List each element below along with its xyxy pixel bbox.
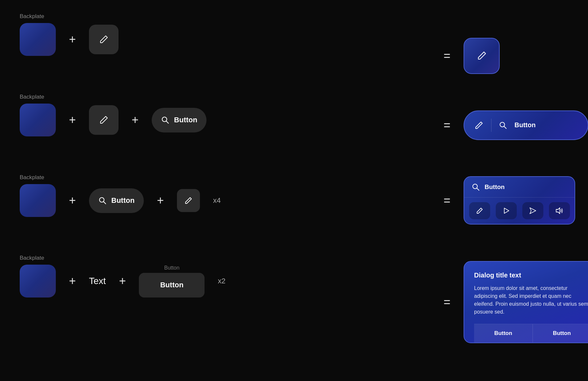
row1-content: + xyxy=(20,23,404,56)
result-3: = Button xyxy=(437,176,575,225)
row2-label: Backplate xyxy=(20,94,404,100)
operator-plus-2b: + xyxy=(132,113,139,127)
pencil-icon-grid xyxy=(476,207,483,214)
row-1: Backplate + xyxy=(20,13,404,76)
search-pill-3[interactable]: Button xyxy=(89,188,144,213)
operator-plus-3a: + xyxy=(69,194,76,207)
result-2: = Button xyxy=(437,110,588,140)
row4-label: Backplate xyxy=(20,255,404,261)
pencil-icon-1 xyxy=(98,34,109,45)
search-icon-2 xyxy=(161,116,169,124)
result-grid[interactable]: Button xyxy=(464,176,575,225)
backplate-3 xyxy=(20,184,56,217)
icon-btn-pencil-3[interactable] xyxy=(177,189,200,212)
dialog-title: Dialog title text xyxy=(474,272,588,279)
dialog-btn-2[interactable]: Button xyxy=(533,324,588,343)
svg-marker-8 xyxy=(504,208,509,213)
search-icon-result-3 xyxy=(471,183,480,191)
dialog-btn-1[interactable]: Button xyxy=(474,324,533,343)
operator-plus-4a: + xyxy=(69,274,76,288)
row4-content: + Text + Button Button x2 xyxy=(20,265,404,298)
result-4: = Dialog title text Lorem ipsum dolor si… xyxy=(437,261,588,343)
pencil-icon-result-1 xyxy=(476,50,488,62)
svg-marker-9 xyxy=(530,208,536,214)
button-pill-4[interactable]: Button xyxy=(139,273,205,298)
multiplier-4: x2 xyxy=(218,277,225,285)
result-dialog[interactable]: Dialog title text Lorem ipsum dolor sit … xyxy=(464,261,588,343)
dialog-body: Lorem ipsum dolor sit amet, consectetur … xyxy=(474,284,588,316)
icon-btn-pencil-1[interactable] xyxy=(89,25,119,54)
search-icon-result-2 xyxy=(499,121,507,130)
row-2: Backplate + + Button xyxy=(20,94,404,156)
row-4: Backplate + Text + Button Button x2 xyxy=(20,255,404,317)
divider-result-2 xyxy=(491,119,491,132)
operator-plus-4b: + xyxy=(119,274,126,288)
result-3-top-label: Button xyxy=(485,183,505,191)
send-icon-grid xyxy=(529,207,536,214)
backplate-2 xyxy=(20,104,56,136)
grid-cell-send[interactable] xyxy=(522,202,543,219)
play-icon-grid xyxy=(503,207,510,214)
dialog-buttons: Button Button xyxy=(474,324,588,343)
grid-cell-play[interactable] xyxy=(496,202,517,219)
pencil-icon-2 xyxy=(98,115,109,125)
result-icon-only[interactable] xyxy=(464,38,500,74)
svg-line-5 xyxy=(504,126,507,129)
result-2-btn-label: Button xyxy=(514,121,535,129)
result-1: = xyxy=(437,38,500,74)
pencil-icon-3 xyxy=(184,196,193,205)
result-grid-bottom xyxy=(464,198,575,224)
result-icon-search-btn[interactable]: Button xyxy=(464,110,588,140)
left-side: Backplate + Backplate + xyxy=(0,0,424,381)
text-element: Text xyxy=(89,276,106,286)
equals-1: = xyxy=(444,49,450,63)
icon-btn-pencil-2[interactable] xyxy=(89,105,119,135)
search-pill-2[interactable]: Button xyxy=(152,108,207,132)
search-icon-3 xyxy=(98,196,107,205)
svg-line-1 xyxy=(166,121,169,124)
equals-2: = xyxy=(444,118,450,132)
search-pill-2-label: Button xyxy=(174,116,197,124)
svg-marker-10 xyxy=(556,208,560,214)
operator-plus-2a: + xyxy=(69,113,76,127)
row2-content: + + Button xyxy=(20,104,404,136)
right-side: = = Button = xyxy=(424,0,588,381)
button-pill-4-label: Button xyxy=(160,281,184,289)
grid-cell-pencil[interactable] xyxy=(469,202,490,219)
row-3: Backplate + Button + x4 xyxy=(20,174,404,237)
result-grid-top: Button xyxy=(464,177,575,198)
row1-label: Backplate xyxy=(20,13,404,20)
operator-plus-3b: + xyxy=(157,194,164,207)
equals-4: = xyxy=(444,295,450,309)
svg-line-3 xyxy=(104,202,106,204)
backplate-4 xyxy=(20,265,56,298)
search-pill-3-label: Button xyxy=(111,196,135,205)
operator-plus-1: + xyxy=(69,33,76,46)
multiplier-3: x4 xyxy=(213,196,221,205)
layout: Backplate + Backplate + xyxy=(0,0,588,381)
row3-label: Backplate xyxy=(20,174,404,181)
grid-cell-volume[interactable] xyxy=(549,202,570,219)
pencil-icon-result-2 xyxy=(474,120,484,130)
button-with-label: Button Button xyxy=(139,265,205,298)
btn-above-label: Button xyxy=(164,265,179,271)
backplate-1 xyxy=(20,23,56,56)
svg-line-7 xyxy=(477,188,479,191)
row3-content: + Button + x4 xyxy=(20,184,404,217)
volume-icon-grid xyxy=(555,207,563,214)
equals-3: = xyxy=(444,194,450,207)
